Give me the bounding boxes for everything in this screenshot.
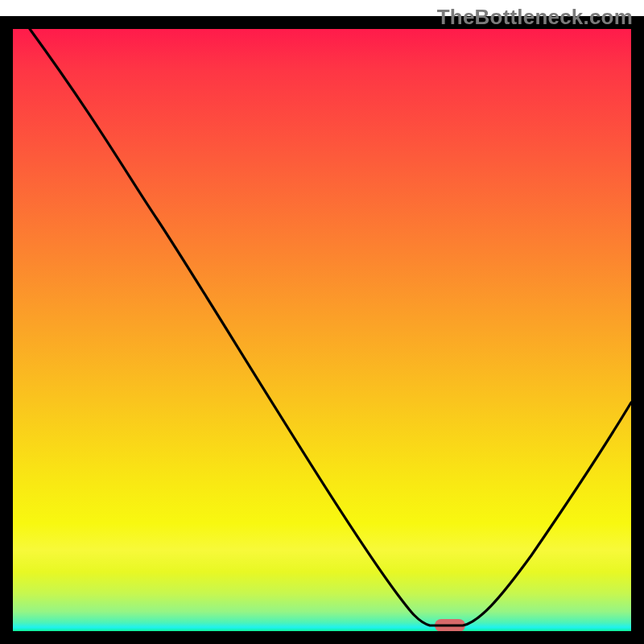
chart-svg xyxy=(0,0,644,644)
watermark-text: TheBottleneck.com xyxy=(437,5,633,30)
chart-container: TheBottleneck.com xyxy=(0,0,644,644)
gradient-lower xyxy=(13,523,631,631)
gradient-upper xyxy=(13,29,631,523)
